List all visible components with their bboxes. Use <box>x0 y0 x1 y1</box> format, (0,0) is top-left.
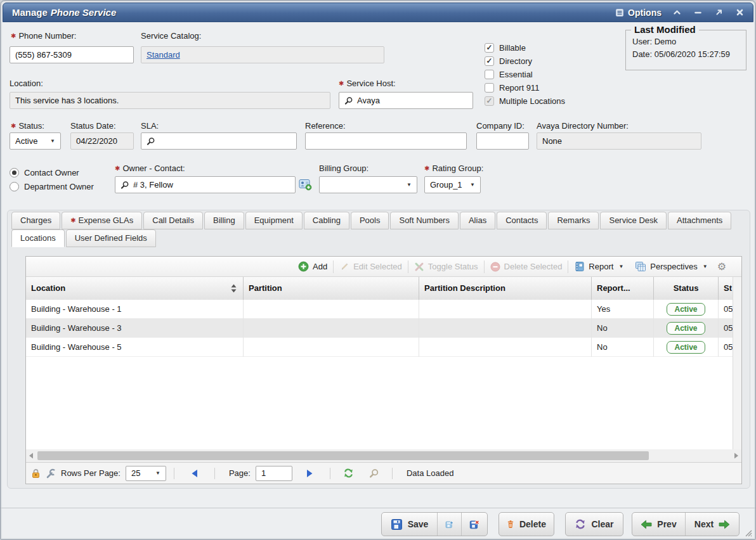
pager-separator <box>330 468 330 479</box>
tab-soft-numbers[interactable]: Soft Numbers <box>390 212 458 229</box>
tools-button[interactable] <box>46 468 56 479</box>
billing-group-select[interactable]: ▼ <box>319 176 417 193</box>
last-modified-date: Date: 05/06/2020 15:27:59 <box>632 49 740 59</box>
save-and-close-button[interactable] <box>462 513 487 536</box>
pager-separator <box>392 468 393 479</box>
reference-field[interactable] <box>305 132 467 150</box>
pager-search-button[interactable] <box>369 468 379 479</box>
owner-contact-label: ✱Owner - Contact: <box>115 164 185 173</box>
essential-label: Essential <box>499 70 533 79</box>
edit-selected-button[interactable]: Edit Selected <box>334 260 408 273</box>
service-catalog-link[interactable]: Standard <box>147 50 180 60</box>
next-button[interactable]: Next <box>686 513 739 536</box>
tab-expense-glas[interactable]: ✱Expense GLAs <box>62 212 142 229</box>
tab-user-defined-fields[interactable]: User Defined Fields <box>66 229 156 247</box>
add-contact-button[interactable] <box>299 178 312 191</box>
clear-button[interactable]: Clear <box>565 512 623 536</box>
resize-grip[interactable] <box>743 526 752 537</box>
scrollbar-track[interactable] <box>36 449 731 462</box>
phone-number-field[interactable]: (555) 867-5309 <box>10 46 134 63</box>
sla-field[interactable] <box>141 132 297 150</box>
check-icon: ✓ <box>486 97 492 105</box>
footer-divider <box>1 508 755 508</box>
status-date-label: Status Date: <box>70 121 116 131</box>
next-page-button[interactable] <box>306 469 313 478</box>
tab-alias[interactable]: Alias <box>460 212 495 229</box>
scroll-right-button[interactable] <box>731 449 741 462</box>
window-titlebar[interactable]: ManagePhone Service Options <box>3 3 753 22</box>
grid-toolbar: Add Edit Selected <box>26 257 741 277</box>
tab-contacts[interactable]: Contacts <box>497 212 547 229</box>
previous-page-button[interactable] <box>191 469 198 478</box>
essential-checkbox[interactable] <box>485 70 494 79</box>
tab-charges[interactable]: Charges <box>11 212 60 229</box>
column-header-st[interactable]: St <box>719 277 733 300</box>
delete-button[interactable]: Delete <box>499 512 554 536</box>
column-header-status[interactable]: Status <box>654 277 719 300</box>
detail-tab-panel: Charges✱Expense GLAsCall DetailsBillingE… <box>7 210 750 489</box>
tab-service-desk[interactable]: Service Desk <box>600 212 667 229</box>
perspectives-button[interactable]: Perspectives ▼ <box>629 260 713 273</box>
column-header-partition-description[interactable]: Partition Description <box>419 277 592 300</box>
table-row[interactable]: Building - Warehouse - 1 Yes Active 05 <box>26 300 733 319</box>
location-label: Location: <box>10 79 43 88</box>
refresh-button[interactable] <box>343 468 354 479</box>
tab-pools[interactable]: Pools <box>351 212 389 229</box>
column-header-partition[interactable]: Partition <box>244 277 419 300</box>
options-button[interactable]: Options <box>615 8 662 18</box>
report-911-checkbox[interactable] <box>485 83 494 93</box>
column-header-report[interactable]: Report... <box>592 277 654 300</box>
column-header-location[interactable]: Location <box>26 277 244 300</box>
lock-button[interactable] <box>31 468 41 479</box>
minimize-button[interactable] <box>692 7 703 18</box>
last-modified-legend: Last Modified <box>631 24 699 35</box>
collapse-button[interactable] <box>671 7 682 18</box>
table-row[interactable]: Building - Warehouse - 5 No Active 05 <box>26 338 733 357</box>
sort-icon[interactable] <box>231 284 237 293</box>
add-button[interactable]: Add <box>292 260 333 273</box>
department-owner-label: Department Owner <box>24 182 94 191</box>
save-button[interactable]: Save <box>382 513 437 536</box>
maximize-button[interactable] <box>713 7 724 18</box>
directory-label: Directory <box>499 56 532 66</box>
status-select[interactable]: Active ▼ <box>10 132 61 150</box>
company-id-field[interactable] <box>476 132 529 150</box>
page-value: 1 <box>261 468 266 478</box>
grid-header: Location Partition Partition Description… <box>26 277 741 300</box>
rating-group-select[interactable]: Group_1 ▼ <box>424 176 481 193</box>
vertical-scrollbar[interactable] <box>733 277 741 449</box>
tab-billing[interactable]: Billing <box>204 212 244 229</box>
contact-owner-radio[interactable] <box>10 168 19 177</box>
directory-checkbox[interactable]: ✓ <box>485 56 494 66</box>
tab-locations[interactable]: Locations <box>11 229 65 247</box>
delete-selected-button[interactable]: Delete Selected <box>485 260 568 273</box>
rows-per-page-value: 25 <box>131 468 140 478</box>
scroll-left-button[interactable] <box>26 449 36 462</box>
department-owner-radio[interactable] <box>10 182 19 191</box>
grid-settings-button[interactable]: ⚙ <box>714 260 727 273</box>
owner-contact-field[interactable]: # 3, Fellow <box>115 176 296 193</box>
clear-label: Clear <box>591 519 613 529</box>
save-and-add-button[interactable] <box>438 513 461 536</box>
table-row[interactable]: Building - Warehouse - 3 No Active 05 <box>26 319 733 338</box>
grid-body: Building - Warehouse - 1 Yes Active 05 B… <box>26 300 733 357</box>
rows-per-page-select[interactable]: 25 ▼ <box>126 466 166 481</box>
scrollbar-thumb[interactable] <box>37 451 649 460</box>
tab-cabling[interactable]: Cabling <box>304 212 349 229</box>
service-host-field[interactable]: Avaya <box>339 92 473 109</box>
close-button[interactable] <box>734 7 745 18</box>
service-host-label: ✱Service Host: <box>339 79 396 88</box>
page-label: Page: <box>229 468 251 478</box>
prev-button[interactable]: Prev <box>632 513 685 536</box>
horizontal-scrollbar[interactable] <box>26 449 741 462</box>
report-button[interactable]: Report ▼ <box>568 260 629 273</box>
scroll-left-icon <box>29 453 34 459</box>
tab-equipment[interactable]: Equipment <box>245 212 303 229</box>
sla-label: SLA: <box>141 121 159 131</box>
billable-checkbox[interactable]: ✓ <box>485 43 494 53</box>
page-input[interactable]: 1 <box>256 466 292 481</box>
tab-remarks[interactable]: Remarks <box>548 212 599 229</box>
tab-call-details[interactable]: Call Details <box>143 212 203 229</box>
toggle-status-button[interactable]: Toggle Status <box>408 260 484 273</box>
tab-attachments[interactable]: Attachments <box>668 212 731 229</box>
